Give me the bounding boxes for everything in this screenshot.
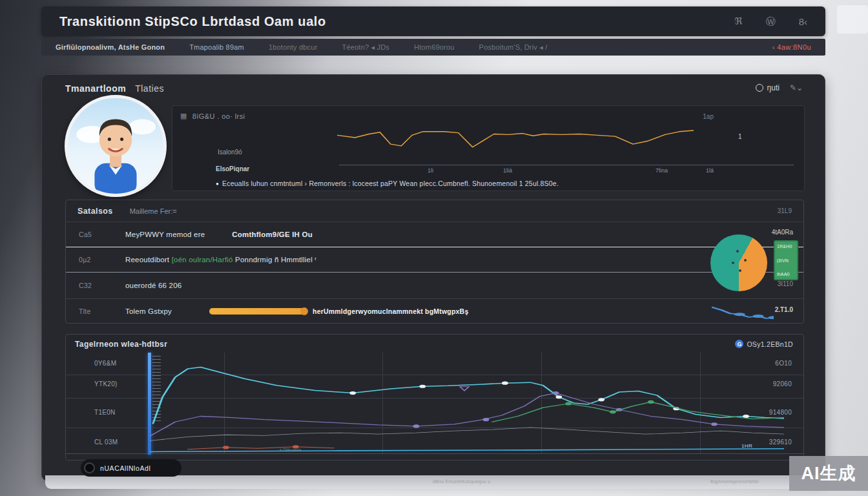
progress-knob — [300, 307, 308, 315]
row-label: 0µ2 — [79, 256, 125, 264]
table-subtitle: Mailleme Fer:= — [130, 207, 177, 215]
h-axis-line — [66, 453, 803, 454]
profile-right-meta: 1ap — [703, 113, 714, 120]
table-header: Satalsos Mailleme Fer:= 31L9 — [66, 200, 803, 222]
footer-pill-label: nUACAllNloAdl — [100, 464, 150, 472]
row-label: Tlte — [79, 307, 125, 315]
row-text: Reeoutdibort [oén oulran/Harfió Ponndrmi… — [125, 256, 316, 264]
nav-alert-badge[interactable]: ‹ 4aw:8N0u — [772, 43, 811, 51]
y-left-label-3: T1E0N — [94, 409, 116, 416]
corner-decoration — [837, 5, 868, 34]
nav-bar: Girfiūlopnoalivm, AtsHe Gonon Tmapoalib … — [41, 39, 825, 56]
chart-annotation: 1HR — [741, 443, 752, 449]
table-header-value: 31L9 — [778, 207, 792, 214]
screen: Transkitionn StipSCo Lbrtdasd Oam ualo ℜ… — [0, 0, 868, 496]
badge-icon[interactable]: Ⓦ — [766, 16, 776, 28]
edit-button[interactable]: ✎⌄ — [790, 83, 803, 92]
progress-bar — [209, 308, 306, 315]
row-text-green[interactable]: [oén oulran/Harfió — [172, 256, 233, 264]
header-icons: ℜ Ⓦ 8‹ — [734, 16, 807, 28]
progress-caption: herUmmldgerwyomuclnammnekt bgMtwgpxBş — [313, 307, 468, 315]
axis-tick-1: 1li — [428, 167, 433, 174]
row-text: MeyPWWY memod ereComthflom9/GE IH Ou — [125, 231, 313, 238]
footer-status-pill[interactable]: nUACAllNloAdl — [81, 459, 181, 477]
bullet-icon: ● — [216, 181, 219, 187]
donut-dot — [744, 259, 747, 262]
chart-source-icon: G — [735, 340, 743, 348]
row-value-1: 4tA0Ra — [772, 229, 793, 236]
strip-text-2: Bqyhnulmqennvlrlbhbl — [710, 479, 759, 484]
row-text-after: Ponndrmig ñ Hmmtlliel ʳ — [233, 256, 317, 264]
footer-strip: dBnu EnuzshKusquequu u Bqyhnulmqennvlrlb… — [45, 475, 825, 489]
refresh-icon — [756, 84, 763, 92]
stats-table-card: Satalsos Mailleme Fer:= 31L9 Ca5 MeyPWWY… — [65, 200, 804, 324]
axis-tick-3: 7lina — [656, 167, 668, 174]
nav-item-2[interactable]: Tmapoalib 89am — [189, 43, 244, 51]
row-sparkline-chart — [712, 304, 774, 322]
strip-text-1: dBnu EnuzshKusquequu u — [433, 479, 491, 484]
table-title: Satalsos — [78, 207, 113, 216]
row-text: Tolem Gstxpy — [125, 307, 172, 315]
performance-line-chart — [150, 354, 784, 453]
app-title: Transkitionn StipSCo Lbrtdasd Oam ualo — [59, 14, 326, 29]
profile-legend: ● Eceualls luhun cnmtntuml › Remonverls … — [216, 180, 559, 187]
avatar-illustration — [68, 98, 163, 194]
grid-icon: ▦ — [180, 112, 187, 120]
share-icon[interactable]: 8‹ — [799, 16, 807, 27]
profile-legend-text: Eceualls luhun cnmtntuml › Remonverls : … — [222, 180, 559, 187]
watermark: AI生成 — [789, 456, 868, 491]
record-icon — [84, 462, 95, 473]
chart-title: Tagelrneon wlea-hdtbsr — [75, 340, 167, 349]
nav-item-5[interactable]: Htom69orou — [414, 43, 455, 51]
chart-scribble: +29kuwm — [279, 447, 301, 453]
app-header: Transkitionn StipSCo Lbrtdasd Oam ualo ℜ… — [41, 6, 825, 36]
table-row[interactable]: Tlte Tolem Gstxpy herUmmldgerwyomuclnamm… — [66, 298, 803, 324]
refresh-button[interactable]: ŋuti — [756, 83, 780, 92]
chart-right-label: OSy1.2EBn1D — [747, 340, 793, 348]
y-left-label-4: CL 03M — [94, 439, 118, 446]
panel-title: TmanartloomTlaties — [65, 83, 164, 94]
legend-line-1: 1R&H0 — [777, 244, 795, 249]
chart-legend-box: 1R&H0 j3IVN ihAA0 — [774, 240, 798, 280]
table-row[interactable]: Ca5 MeyPWWY memod ereComthflom9/GE IH Ou — [66, 222, 803, 247]
profile-chart-card: ▦ 8íG&U . oo· lrsi 1ap 1 1li 1liá 7lina … — [172, 105, 805, 191]
donut-chart — [710, 234, 767, 291]
donut-dot — [736, 250, 739, 253]
table-row-highlighted[interactable]: 0µ2 Reeoutdibort [oén oulran/Harfió Ponn… — [66, 247, 803, 273]
row-value-4: 2.T1.0 — [775, 306, 793, 313]
row-text: ouerordé 66 206 — [125, 282, 181, 289]
notification-icon[interactable]: ℜ — [734, 16, 742, 27]
main-panel: TmanartloomTlaties ŋuti ✎⌄ — [41, 74, 825, 481]
donut-dot — [732, 262, 734, 264]
performance-chart-card: Tagelrneon wlea-hdtbsr G OSy1.2EBn1D 0Y6… — [65, 334, 804, 460]
nav-item-3[interactable]: 1botonty dbcur — [269, 43, 318, 51]
row-text-2: Comthflom9/GE IH Ou — [232, 231, 313, 238]
legend-line-3: ihAA0 — [777, 272, 795, 276]
nav-item-1[interactable]: Girfiūlopnoalivm, AtsHe Gonon — [56, 43, 165, 51]
nav-item-4[interactable]: Téeotn? ◂ JDs — [342, 43, 390, 52]
y-left-label-1: 0Y6&M — [94, 360, 116, 367]
axis-tick-2: 1liá — [503, 167, 512, 174]
spark-axis-line — [339, 165, 794, 165]
y-left-label-2: YTK20) — [94, 380, 118, 388]
donut-dot — [739, 269, 741, 272]
axis-tick-4: 1lá — [706, 167, 714, 174]
row-label: Ca5 — [79, 231, 125, 238]
panel-subtitle: Tlaties — [135, 83, 164, 94]
row-label: C32 — [79, 282, 125, 289]
chart-right-control[interactable]: G OSy1.2EBn1D — [735, 340, 793, 348]
spark-value-label: 1 — [738, 133, 742, 140]
avatar[interactable] — [65, 95, 167, 197]
profile-label-1: Isalon9ó — [218, 149, 242, 156]
profile-sparkline-chart — [337, 123, 694, 152]
panel-controls: ŋuti ✎⌄ — [756, 83, 803, 92]
profile-meta: ▦ 8íG&U . oo· lrsi — [180, 112, 245, 120]
profile-meta-text: 8íG&U . oo· lrsi — [192, 112, 245, 120]
nav-item-6[interactable]: Posboitum'S, Driv ◂ / — [479, 43, 548, 52]
table-row[interactable]: C32 ouerordé 66 206 — [66, 273, 803, 298]
legend-line-2: j3IVN — [777, 258, 795, 263]
row-value-3: 3I110 — [778, 280, 793, 287]
profile-label-2: ElsoPiqnar — [216, 165, 249, 172]
